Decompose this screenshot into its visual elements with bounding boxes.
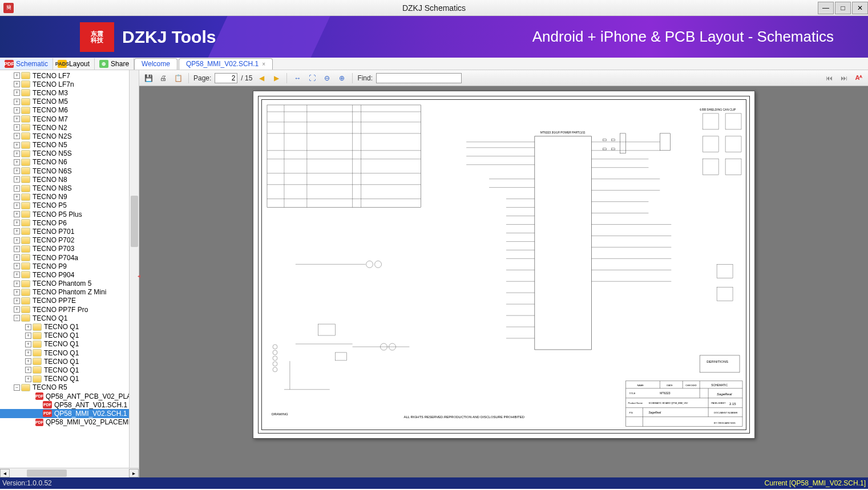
expand-icon[interactable]: + xyxy=(14,228,20,234)
expand-icon[interactable]: + xyxy=(14,281,20,287)
expand-icon[interactable]: + xyxy=(14,263,20,269)
expand-icon[interactable]: + xyxy=(14,298,20,304)
tree-folder-item[interactable]: +TECNO Q1 xyxy=(0,331,139,340)
copy-button[interactable]: 📋 xyxy=(172,72,184,84)
tab-schematic[interactable]: PDF Schematic xyxy=(0,58,53,70)
expand-icon[interactable]: + xyxy=(14,237,20,244)
expand-icon[interactable]: + xyxy=(14,116,20,122)
tree-file-item[interactable]: PDFQP58_MMI_V02.SCH.1 xyxy=(0,409,139,418)
tree-folder-item[interactable]: −TECNO Q1 xyxy=(0,314,139,322)
tree-folder-item[interactable]: +TECNO Q1 xyxy=(0,349,139,357)
expand-icon[interactable]: + xyxy=(14,306,20,313)
tree-folder-item[interactable]: +TECNO P5 xyxy=(0,201,139,210)
tree-folder-item[interactable]: +TECNO LF7 xyxy=(0,71,139,80)
minimize-button[interactable]: — xyxy=(818,2,834,14)
expand-icon[interactable]: + xyxy=(25,333,31,339)
expand-icon[interactable]: + xyxy=(14,124,20,131)
expand-icon[interactable]: + xyxy=(25,341,31,347)
expand-icon[interactable]: + xyxy=(14,72,20,79)
expand-icon[interactable]: + xyxy=(14,254,20,261)
expand-icon[interactable]: + xyxy=(25,367,31,373)
tab-layout[interactable]: PADS Layout xyxy=(53,58,95,70)
page-canvas[interactable]: MT6323 3G/LR POWER PART(1/2) xyxy=(139,86,868,477)
expand-icon[interactable]: + xyxy=(25,324,31,330)
zoom-in-button[interactable]: ⊕ xyxy=(336,72,348,84)
save-button[interactable]: 💾 xyxy=(143,72,154,84)
tree-folder-item[interactable]: −TECNO R5 xyxy=(0,383,139,392)
expand-icon[interactable]: + xyxy=(14,81,20,87)
zoom-out-button[interactable]: ⊖ xyxy=(321,72,333,84)
next-page-button[interactable]: ▶ xyxy=(271,72,282,84)
tree-folder-item[interactable]: +TECNO Q1 xyxy=(0,322,139,331)
expand-icon[interactable]: + xyxy=(14,194,20,200)
tree-folder-item[interactable]: +TECNO PP7F Pro xyxy=(0,305,139,314)
expand-icon[interactable]: − xyxy=(14,384,20,391)
tree-folder-item[interactable]: +TECNO P701 xyxy=(0,227,139,236)
expand-icon[interactable]: + xyxy=(14,220,20,226)
scrollbar-thumb[interactable] xyxy=(131,196,138,247)
tree-folder-item[interactable]: +TECNO N2S xyxy=(0,132,139,140)
maximize-button[interactable]: □ xyxy=(835,2,851,14)
tree-folder-item[interactable]: +TECNO PP7E xyxy=(0,297,139,305)
tree-folder-item[interactable]: +TECNO M3 xyxy=(0,88,139,97)
tree-folder-item[interactable]: +TECNO N6 xyxy=(0,158,139,167)
tree-folder-item[interactable]: +TECNO P904 xyxy=(0,270,139,279)
expand-icon[interactable]: + xyxy=(14,133,20,139)
tree-folder-item[interactable]: +TECNO LF7n xyxy=(0,80,139,88)
fit-width-button[interactable]: ↔ xyxy=(292,72,303,84)
tab-share[interactable]: ⊕ Share xyxy=(95,58,134,70)
prev-page-button[interactable]: ◀ xyxy=(256,72,267,84)
tree-folder-item[interactable]: +TECNO N5 xyxy=(0,141,139,149)
tree-folder-item[interactable]: +TECNO Q1 xyxy=(0,340,139,349)
expand-icon[interactable]: + xyxy=(14,142,20,148)
tree-folder-item[interactable]: +TECNO N8 xyxy=(0,175,139,184)
expand-icon[interactable]: + xyxy=(14,99,20,105)
expand-icon[interactable]: + xyxy=(14,90,20,96)
scroll-right-button[interactable]: ▸ xyxy=(129,469,139,477)
tree-folder-item[interactable]: +TECNO P704a xyxy=(0,253,139,262)
splitter-handle[interactable] xyxy=(136,264,141,287)
find-input[interactable] xyxy=(376,73,462,83)
scrollbar-thumb[interactable] xyxy=(27,469,67,477)
expand-icon[interactable]: + xyxy=(14,211,20,217)
doc-tab[interactable]: QP58_MMI_V02.SCH.1× xyxy=(179,58,273,70)
tree-folder-item[interactable]: +TECNO Q1 xyxy=(0,366,139,374)
expand-icon[interactable]: + xyxy=(25,376,31,382)
tree-folder-item[interactable]: +TECNO P6 xyxy=(0,218,139,227)
expand-icon[interactable]: + xyxy=(14,272,20,278)
expand-icon[interactable]: + xyxy=(14,246,20,252)
nav-prev-button[interactable]: ⏮ xyxy=(823,72,835,84)
fit-page-button[interactable]: ⛶ xyxy=(306,72,318,84)
horizontal-scrollbar[interactable]: ◂ ▸ xyxy=(0,468,139,477)
text-size-button[interactable]: Aᴬ xyxy=(853,72,865,84)
page-number-input[interactable] xyxy=(215,73,237,83)
nav-next-button[interactable]: ⏭ xyxy=(838,72,850,84)
tree-folder-item[interactable]: +TECNO N8S xyxy=(0,184,139,192)
tree-file-item[interactable]: PDFQP58_ANT_PCB_V02_PLACEMEN xyxy=(0,392,139,400)
expand-icon[interactable]: + xyxy=(14,107,20,114)
expand-icon[interactable]: + xyxy=(14,203,20,209)
tree-folder-item[interactable]: +TECNO Phantom Z Mini xyxy=(0,288,139,297)
tree-folder-item[interactable]: +TECNO P5 Plus xyxy=(0,210,139,218)
expand-icon[interactable]: + xyxy=(14,289,20,295)
doc-tab[interactable]: Welcome xyxy=(134,58,177,70)
close-icon[interactable]: × xyxy=(262,61,265,67)
expand-icon[interactable]: + xyxy=(25,358,31,365)
close-button[interactable]: ✕ xyxy=(852,2,868,14)
expand-icon[interactable]: + xyxy=(14,185,20,192)
tree-view[interactable]: +TECNO LF7+TECNO LF7n+TECNO M3+TECNO M5+… xyxy=(0,70,139,468)
expand-icon[interactable]: + xyxy=(25,350,31,356)
expand-icon[interactable]: + xyxy=(14,168,20,174)
tree-folder-item[interactable]: +TECNO M6 xyxy=(0,106,139,115)
expand-icon[interactable]: + xyxy=(14,159,20,165)
tree-folder-item[interactable]: +TECNO N5S xyxy=(0,149,139,158)
tree-folder-item[interactable]: +TECNO M7 xyxy=(0,115,139,123)
tree-file-item[interactable]: PDFQP58_ANT_V01.SCH.1 xyxy=(0,400,139,409)
tree-folder-item[interactable]: +TECNO P702 xyxy=(0,236,139,245)
tree-file-item[interactable]: PDFQP58_MMI_V02_PLACEMENT xyxy=(0,418,139,427)
tree-folder-item[interactable]: +TECNO N2 xyxy=(0,123,139,132)
tree-folder-item[interactable]: +TECNO P9 xyxy=(0,262,139,270)
tree-folder-item[interactable]: +TECNO Q1 xyxy=(0,357,139,366)
expand-icon[interactable]: + xyxy=(14,151,20,157)
expand-icon[interactable]: − xyxy=(14,315,20,321)
